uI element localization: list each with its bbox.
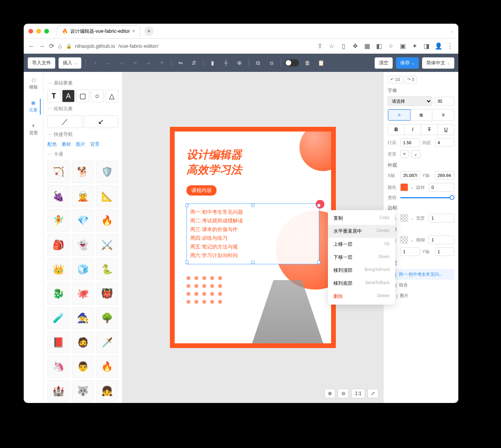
insert-button[interactable]: 插入⌄ (58, 57, 81, 69)
textbox-tool[interactable]: A (62, 90, 75, 102)
ext-1-icon[interactable]: ❖ (352, 42, 359, 50)
artboard[interactable]: 设计编辑器 高效学习法 课程内容 ✕ 周一:初中考生常见问题 周二:考试观和成绩… (170, 127, 336, 348)
shadow-color-dropdown-icon[interactable]: ⌄ (411, 238, 414, 242)
blur-input[interactable] (429, 235, 454, 244)
asset-item[interactable]: 🐺 (72, 380, 94, 402)
forward-icon[interactable]: → (39, 43, 45, 50)
asset-item[interactable]: 🏹 (47, 161, 70, 183)
asset-item[interactable]: 🐍 (96, 258, 118, 280)
asset-item[interactable]: 🧝 (72, 185, 94, 207)
center-v-icon[interactable]: ┼ (221, 58, 231, 68)
selected-text-object[interactable]: ✕ 周一:初中考生常见问题 周二:考试观和成绩解读 周三:课本的价值与作 周四:… (186, 203, 319, 264)
language-button[interactable]: 简体中文 ⌄ (422, 57, 454, 69)
strike-button[interactable]: T (421, 124, 438, 135)
ext-5-icon[interactable]: ▣ (399, 42, 406, 50)
border-color-dropdown-icon[interactable]: ⌄ (411, 216, 414, 220)
ctx-up[interactable]: 上移一层Up (328, 238, 395, 251)
link-bg[interactable]: 背景 (90, 141, 100, 148)
align-bottom-icon[interactable]: ⫩ (157, 58, 167, 68)
asset-item[interactable]: 🦄 (47, 356, 70, 378)
asset-item[interactable]: 🌳 (96, 307, 118, 329)
nav-background[interactable]: ✈ 背景 (28, 122, 40, 137)
asset-item[interactable]: 🛡️ (96, 161, 118, 183)
asset-item[interactable]: 👹 (96, 282, 118, 305)
maximize-window[interactable] (44, 29, 49, 34)
asset-item[interactable]: 🏰 (47, 380, 70, 402)
shadow-x-input[interactable] (400, 247, 420, 256)
redo-button[interactable]: ↷ 0 (404, 76, 417, 83)
new-tab-button[interactable]: + (144, 26, 154, 36)
italic-button[interactable]: I (405, 124, 421, 135)
asset-item[interactable]: 🧔 (72, 331, 94, 354)
ext-4-icon[interactable]: ○ (387, 42, 394, 50)
close-window[interactable] (28, 29, 33, 34)
ungroup-icon[interactable]: ⧈ (266, 58, 277, 68)
zoom-out-button[interactable]: ⊖ (338, 389, 349, 398)
x-input[interactable] (400, 171, 420, 180)
align-right-button[interactable]: ≡ (432, 109, 454, 120)
text-tool[interactable]: T (47, 90, 60, 102)
ctx-down[interactable]: 下移一层Down (328, 251, 395, 264)
color-chip[interactable] (400, 183, 408, 191)
extensions-icon[interactable]: ✦ (411, 42, 418, 50)
person-image[interactable] (252, 280, 323, 343)
color-dropdown-icon[interactable]: ⌄ (411, 185, 414, 190)
star-icon[interactable]: ☆ (328, 42, 335, 50)
clear-button[interactable]: 清空 (375, 57, 393, 69)
arrow-tool[interactable]: ↙ (84, 115, 119, 128)
sidepanel-icon[interactable]: ◨ (423, 42, 430, 50)
layer-item[interactable]: ⧉| 组合 (388, 280, 454, 290)
nav-templates[interactable]: ▢ 模板 (28, 76, 40, 92)
align-right-icon[interactable]: ⫟ (117, 58, 127, 68)
course-badge[interactable]: 课程内容 (186, 185, 217, 196)
asset-item[interactable]: 🧙 (72, 307, 94, 329)
center-h-icon[interactable]: ▮ (207, 58, 218, 68)
align-top-icon[interactable]: ⫧ (130, 58, 140, 68)
asset-item[interactable]: 👑 (47, 258, 70, 280)
tab-close-icon[interactable]: × (132, 28, 135, 34)
undo-button[interactable]: ↶ 10 (388, 76, 403, 83)
ctx-copy[interactable]: 复制Copy (328, 212, 395, 225)
shadow-color-chip[interactable] (400, 236, 408, 244)
ctx-front[interactable]: 移到顶部BringToFront (328, 264, 395, 277)
asset-item[interactable]: 📐 (96, 185, 118, 207)
y-input[interactable] (435, 171, 455, 180)
menu-icon[interactable]: ⋮ (446, 42, 454, 50)
tabs-dropdown-icon[interactable]: ⌄ (450, 29, 454, 33)
asset-item[interactable]: 🍇 (47, 185, 70, 207)
border-color-chip[interactable] (400, 214, 408, 222)
asset-item[interactable]: 🗡️ (96, 331, 118, 354)
asset-item[interactable]: 🔥 (96, 209, 118, 232)
bg-clear-button[interactable]: × (400, 150, 409, 158)
layer-item[interactable]: T| 周一:初中考生常见问... (388, 269, 454, 280)
back-icon[interactable]: ← (28, 43, 35, 50)
fullscreen-button[interactable]: ⤢ (367, 389, 379, 398)
import-button[interactable]: 导入文件 (28, 57, 55, 69)
share-icon[interactable]: ⇧ (316, 42, 323, 50)
rotate-input[interactable] (429, 183, 454, 192)
triangle-tool[interactable]: △ (105, 90, 118, 102)
align-center-button[interactable]: ≣ (411, 109, 433, 120)
link-images[interactable]: 图片 (76, 141, 85, 148)
bg-dropdown[interactable]: ⌄ (411, 150, 420, 158)
line-tool[interactable]: ／ (47, 115, 82, 128)
asset-item[interactable]: 👧 (96, 380, 118, 402)
align-left-button[interactable]: ≡ (388, 109, 411, 120)
asset-item[interactable]: 🔥 (96, 356, 118, 378)
copy-icon[interactable]: 📋 (316, 58, 326, 68)
asset-item[interactable]: 🧊 (72, 258, 94, 280)
align-vcenter-icon[interactable]: ⫨ (143, 58, 154, 68)
asset-item[interactable]: 💎 (72, 209, 94, 232)
minimize-window[interactable] (36, 29, 41, 34)
asset-item[interactable]: 👻 (72, 234, 94, 256)
ctx-delete[interactable]: 删除Delete (328, 290, 395, 303)
canvas-area[interactable]: 设计编辑器 高效学习法 课程内容 ✕ 周一:初中考生常见问题 周二:考试观和成绩… (122, 72, 383, 403)
align-left-icon[interactable]: ⫞ (90, 58, 100, 68)
delete-icon[interactable]: 🗑 (302, 58, 313, 68)
link-assets[interactable]: 素材 (62, 141, 71, 148)
reload-icon[interactable]: ⟳ (49, 42, 54, 50)
asset-item[interactable]: 🐕 (72, 161, 94, 183)
align-hcenter-icon[interactable]: ⫠ (103, 58, 113, 68)
asset-item[interactable]: 🎒 (47, 234, 70, 256)
flip-h-icon[interactable]: ⇋ (175, 58, 186, 68)
